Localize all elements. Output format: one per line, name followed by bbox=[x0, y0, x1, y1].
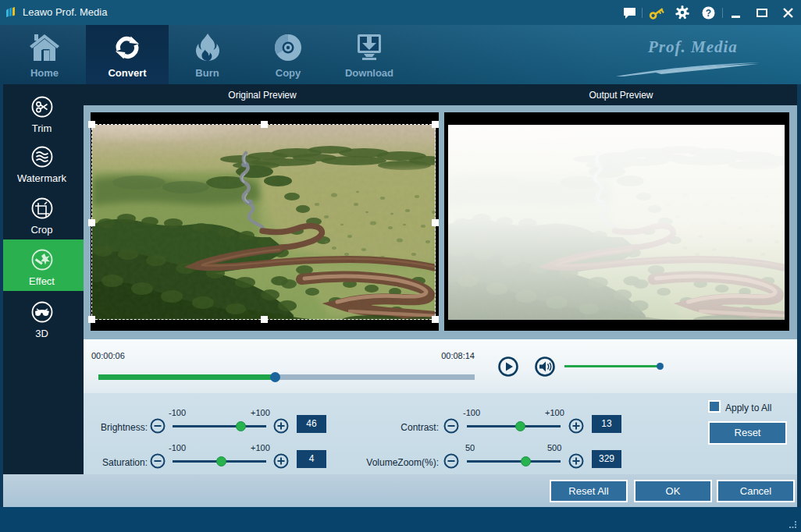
svg-text:?: ? bbox=[706, 8, 711, 19]
